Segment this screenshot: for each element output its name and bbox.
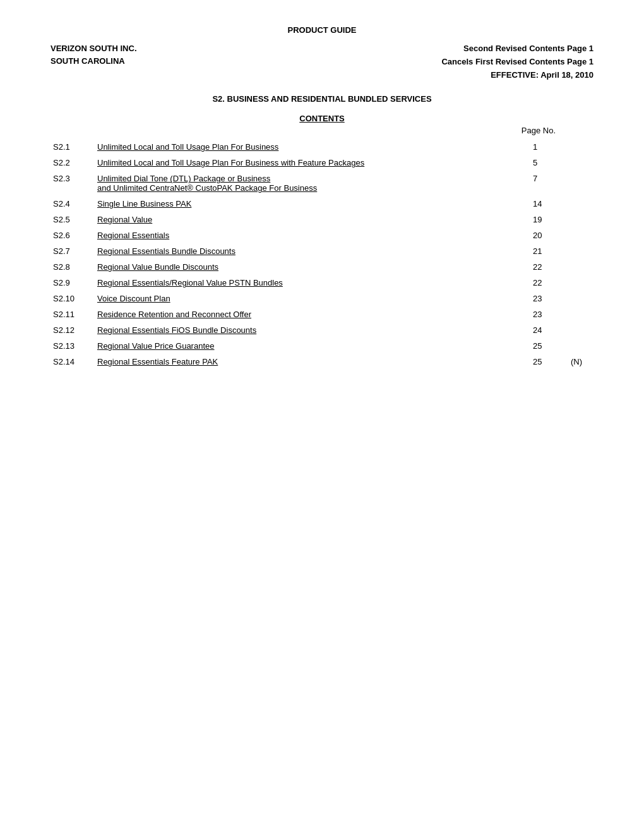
entry-title[interactable]: Regional Value xyxy=(95,212,530,227)
entry-title[interactable]: Regional Essentials Bundle Discounts xyxy=(95,243,530,259)
section-number: S2.5 xyxy=(51,212,95,227)
entry-title-text: Regional Value xyxy=(97,215,152,224)
entry-note xyxy=(568,306,593,322)
company-name-line1: VERIZON SOUTH INC. xyxy=(51,42,137,55)
table-row: S2.10Voice Discount Plan23 xyxy=(51,291,593,306)
entry-title-text: Voice Discount Plan xyxy=(97,294,170,303)
entry-title-text: Regional Value Bundle Discounts xyxy=(97,262,218,272)
table-row: S2.8Regional Value Bundle Discounts22 xyxy=(51,259,593,275)
page-no-label: Page No. xyxy=(522,126,556,135)
revised-line3: EFFECTIVE: April 18, 2010 xyxy=(441,69,593,82)
entry-title-text: Regional Essentials/Regional Value PSTN … xyxy=(97,278,283,287)
entry-title-text: Regional Essentials Feature PAK xyxy=(97,357,218,366)
table-row: S2.1Unlimited Local and Toll Usage Plan … xyxy=(51,139,593,155)
entry-note xyxy=(568,155,593,171)
entry-note xyxy=(568,259,593,275)
entry-title-line1: Unlimited Dial Tone (DTL) Package or Bus… xyxy=(97,174,270,183)
entry-title-text: Regional Essentials xyxy=(97,231,169,240)
table-row: S2.6Regional Essentials20 xyxy=(51,227,593,243)
entry-note xyxy=(568,338,593,354)
entry-page: 22 xyxy=(530,259,568,275)
entry-note xyxy=(568,275,593,291)
table-row: S2.2Unlimited Local and Toll Usage Plan … xyxy=(51,155,593,171)
entry-note xyxy=(568,243,593,259)
entry-page: 5 xyxy=(530,155,568,171)
page: PRODUCT GUIDE VERIZON SOUTH INC. SOUTH C… xyxy=(0,0,644,834)
entry-title[interactable]: Single Line Business PAK xyxy=(95,196,530,212)
entry-page: 7 xyxy=(530,171,568,196)
entry-note xyxy=(568,322,593,338)
section-number: S2.13 xyxy=(51,338,95,354)
company-name-line2: SOUTH CAROLINA xyxy=(51,55,137,68)
revised-line1: Second Revised Contents Page 1 xyxy=(441,42,593,56)
header-row: VERIZON SOUTH INC. SOUTH CAROLINA Second… xyxy=(51,42,593,82)
entry-page: 21 xyxy=(530,243,568,259)
revision-info: Second Revised Contents Page 1 Cancels F… xyxy=(441,42,593,82)
entry-title[interactable]: Regional Value Price Guarantee xyxy=(95,338,530,354)
entry-title[interactable]: Regional Essentials Feature PAK xyxy=(95,354,530,370)
section-number: S2.12 xyxy=(51,322,95,338)
product-guide-label: PRODUCT GUIDE xyxy=(51,25,593,35)
entry-title[interactable]: Regional Essentials/Regional Value PSTN … xyxy=(95,275,530,291)
table-row: S2.5Regional Value19 xyxy=(51,212,593,227)
contents-title: CONTENTS xyxy=(51,114,593,123)
section-number: S2.2 xyxy=(51,155,95,171)
section-number: S2.8 xyxy=(51,259,95,275)
entry-title-text: Regional Essentials Bundle Discounts xyxy=(97,246,236,256)
table-row: S2.9Regional Essentials/Regional Value P… xyxy=(51,275,593,291)
table-row: S2.7Regional Essentials Bundle Discounts… xyxy=(51,243,593,259)
entry-title-text: Residence Retention and Reconnect Offer xyxy=(97,310,251,319)
entry-title[interactable]: Regional Essentials FiOS Bundle Discount… xyxy=(95,322,530,338)
entry-note xyxy=(568,291,593,306)
entry-title-text: Regional Essentials FiOS Bundle Discount… xyxy=(97,325,256,335)
section-number: S2.6 xyxy=(51,227,95,243)
company-info: VERIZON SOUTH INC. SOUTH CAROLINA xyxy=(51,42,137,67)
entry-title-text: Regional Value Price Guarantee xyxy=(97,341,215,351)
table-row: S2.13Regional Value Price Guarantee25 xyxy=(51,338,593,354)
section-number: S2.11 xyxy=(51,306,95,322)
entry-page: 25 xyxy=(530,338,568,354)
entry-title[interactable]: Regional Essentials xyxy=(95,227,530,243)
section-number: S2.9 xyxy=(51,275,95,291)
entry-page: 23 xyxy=(530,291,568,306)
entry-note xyxy=(568,227,593,243)
entry-page: 1 xyxy=(530,139,568,155)
section-number: S2.4 xyxy=(51,196,95,212)
contents-table: S2.1Unlimited Local and Toll Usage Plan … xyxy=(51,139,593,370)
entry-title-text: Unlimited Local and Toll Usage Plan For … xyxy=(97,142,278,152)
entry-title[interactable]: Unlimited Local and Toll Usage Plan For … xyxy=(95,155,530,171)
entry-note xyxy=(568,171,593,196)
entry-page: 14 xyxy=(530,196,568,212)
entry-page: 25 xyxy=(530,354,568,370)
entry-page: 24 xyxy=(530,322,568,338)
table-row: S2.11Residence Retention and Reconnect O… xyxy=(51,306,593,322)
section-number: S2.3 xyxy=(51,171,95,196)
entry-title[interactable]: Unlimited Local and Toll Usage Plan For … xyxy=(95,139,530,155)
page-no-row: Page No. xyxy=(51,126,593,135)
entry-title[interactable]: Residence Retention and Reconnect Offer xyxy=(95,306,530,322)
section-number: S2.14 xyxy=(51,354,95,370)
entry-page: 19 xyxy=(530,212,568,227)
entry-title-line2: and Unlimited CentraNet® CustoPAK Packag… xyxy=(97,183,317,193)
entry-page: 22 xyxy=(530,275,568,291)
table-row: S2.12Regional Essentials FiOS Bundle Dis… xyxy=(51,322,593,338)
entry-note xyxy=(568,139,593,155)
section-number: S2.7 xyxy=(51,243,95,259)
entry-note xyxy=(568,196,593,212)
entry-page: 20 xyxy=(530,227,568,243)
section-number: S2.1 xyxy=(51,139,95,155)
entry-title[interactable]: Voice Discount Plan xyxy=(95,291,530,306)
entry-note: (N) xyxy=(568,354,593,370)
entry-title-text: Single Line Business PAK xyxy=(97,199,191,208)
table-row: S2.14Regional Essentials Feature PAK25(N… xyxy=(51,354,593,370)
entry-title[interactable]: Unlimited Dial Tone (DTL) Package or Bus… xyxy=(95,171,530,196)
section-title: S2. BUSINESS AND RESIDENTIAL BUNDLED SER… xyxy=(51,94,593,104)
entry-title[interactable]: Regional Value Bundle Discounts xyxy=(95,259,530,275)
entry-note xyxy=(568,212,593,227)
section-number: S2.10 xyxy=(51,291,95,306)
entry-page: 23 xyxy=(530,306,568,322)
revised-line2: Cancels First Revised Contents Page 1 xyxy=(441,56,593,69)
table-row: S2.3Unlimited Dial Tone (DTL) Package or… xyxy=(51,171,593,196)
table-row: S2.4Single Line Business PAK14 xyxy=(51,196,593,212)
entry-title-text: Unlimited Local and Toll Usage Plan For … xyxy=(97,158,364,167)
